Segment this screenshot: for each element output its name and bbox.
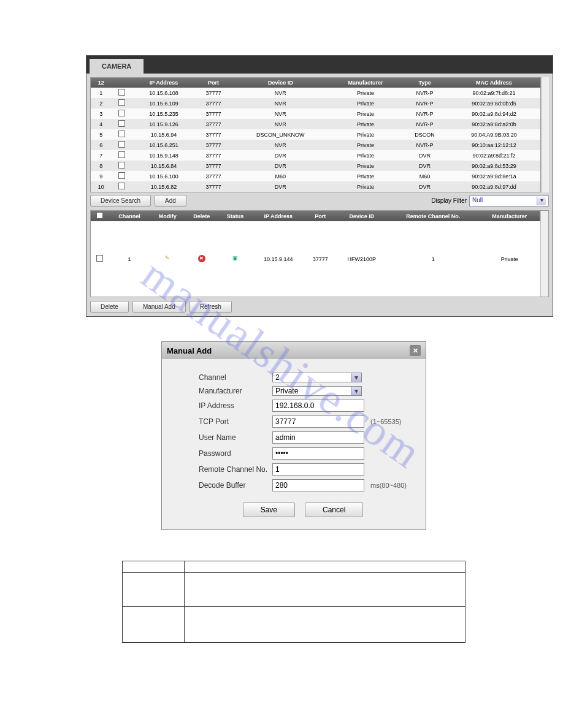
search-row[interactable]: 610.15.6.25137777NVRPrivateNVR-P90:10:aa… <box>91 140 541 150</box>
refresh-button[interactable]: Refresh <box>190 301 232 313</box>
row-dev: HFW2100P <box>336 221 388 297</box>
row-ip: 10.15.6.251 <box>132 140 195 150</box>
row-index: 10 <box>91 181 112 192</box>
chevron-down-icon: ▾ <box>351 373 361 382</box>
row-mfr: Private <box>329 161 402 171</box>
row-checkbox[interactable] <box>118 110 125 116</box>
added-scrollbar[interactable] <box>540 211 548 297</box>
row-checkbox[interactable] <box>118 120 125 127</box>
row-checkbox[interactable] <box>118 172 125 179</box>
delete-icon[interactable] <box>197 255 206 264</box>
row-checkbox[interactable] <box>118 183 125 189</box>
ip-input[interactable]: 192.168.0.0 <box>272 400 364 412</box>
search-row[interactable]: 110.15.6.10837777NVRPrivateNVR-P90:02:a9… <box>91 88 541 98</box>
search-row[interactable]: 1010.15.6.8237777DVRPrivateDVR90:02:a9:8… <box>91 181 541 192</box>
row-ip: 10.15.9.126 <box>132 119 195 129</box>
row-port: 37777 <box>195 140 232 150</box>
row-type: DVR <box>402 161 448 171</box>
col-status: Status <box>218 211 252 221</box>
channel-value: 2 <box>275 373 280 382</box>
cancel-button[interactable]: Cancel <box>305 502 363 517</box>
filter-value: Null <box>472 197 483 205</box>
tcp-hint: (1~65535) <box>370 418 401 425</box>
col-type: Type <box>402 78 448 88</box>
col-ip: IP Address <box>132 78 195 88</box>
select-all-checkbox[interactable] <box>96 212 103 219</box>
param-th1 <box>123 561 185 573</box>
close-icon[interactable]: ✕ <box>410 345 421 356</box>
tab-camera[interactable]: CAMERA <box>90 59 144 74</box>
col-modify: Modify <box>150 211 185 221</box>
channel-select[interactable]: 2 ▾ <box>272 373 362 382</box>
row-mac: 90:02:a9:8d:97:dd <box>448 181 541 192</box>
row-device: M60 <box>232 171 329 181</box>
param-row-1 <box>123 573 465 607</box>
display-filter-select[interactable]: Null ▾ <box>469 195 549 207</box>
manufacturer-select[interactable]: Private ▾ <box>272 386 362 396</box>
row-index: 9 <box>91 171 112 181</box>
add-button[interactable]: Add <box>155 195 186 207</box>
row-checkbox[interactable] <box>118 89 125 96</box>
row-type: NVR-P <box>402 88 448 98</box>
row-ip: 10.15.6.100 <box>132 171 195 181</box>
row-checkbox[interactable] <box>118 141 125 148</box>
label-rcn: Remote Channel No. <box>199 465 272 474</box>
row-device: DVR <box>232 181 329 192</box>
chevron-down-icon: ▾ <box>537 197 546 205</box>
row-type: NVR-P <box>402 108 448 119</box>
delete-button[interactable]: Delete <box>90 301 129 313</box>
row-index: 5 <box>91 129 112 140</box>
label-channel: Channel <box>199 373 272 382</box>
tab-row: CAMERA <box>86 56 553 74</box>
row-mfr: Private <box>329 129 402 140</box>
status-icon <box>231 255 239 264</box>
col-port2: Port <box>305 211 336 221</box>
row-mfr: Private <box>329 108 402 119</box>
save-button[interactable]: Save <box>243 502 295 517</box>
row-rcn: 1 <box>388 221 478 297</box>
col-channel: Channel <box>109 211 150 221</box>
row-type: DVR <box>402 181 448 192</box>
row-port: 37777 <box>195 181 232 192</box>
search-scrollbar[interactable] <box>541 77 549 192</box>
search-row[interactable]: 910.15.6.10037777M60PrivateM6090:02:a9:8… <box>91 171 541 181</box>
row-mac: 90:04:A9:9B:03:20 <box>448 129 541 140</box>
search-row[interactable]: 710.15.9.14837777DVRPrivateDVR90:02:a9:8… <box>91 150 541 161</box>
row-port: 37777 <box>195 129 232 140</box>
row-checkbox[interactable] <box>118 151 125 158</box>
row-mac: 90:02:a9:8d:0b:d5 <box>448 98 541 108</box>
username-input[interactable]: admin <box>272 431 364 444</box>
row-checkbox[interactable] <box>118 131 125 137</box>
row-ip: 10.15.9.144 <box>252 221 305 297</box>
password-input[interactable]: ••••• <box>272 447 364 460</box>
row-mac: 90:02:a9:8d:53:29 <box>448 161 541 171</box>
manual-add-button[interactable]: Manual Add <box>132 301 186 313</box>
row-channel: 1 <box>109 221 150 297</box>
decode-buffer-input[interactable]: 280 <box>272 479 364 491</box>
buf-hint: ms(80~480) <box>370 482 407 489</box>
tcp-port-input[interactable]: 37777 <box>272 415 364 428</box>
row-checkbox[interactable] <box>118 99 125 106</box>
col-ip2: IP Address <box>252 211 305 221</box>
remote-channel-input[interactable]: 1 <box>272 463 364 476</box>
search-row[interactable]: 510.15.6.9437777DSCON_UNKNOWPrivateDSCON… <box>91 129 541 140</box>
row-index: 1 <box>91 88 112 98</box>
row-device: NVR <box>232 140 329 150</box>
added-row[interactable]: 1 10.15.9.144 37777 HFW2100P 1 Private <box>91 221 540 297</box>
row-device: NVR <box>232 108 329 119</box>
col-delete: Delete <box>185 211 218 221</box>
row-index: 7 <box>91 150 112 161</box>
search-row[interactable]: 310.15.5.23537777NVRPrivateNVR-P90:02:a9… <box>91 108 541 119</box>
col-mfr: Manufacturer <box>329 78 402 88</box>
row-type: DVR <box>402 150 448 161</box>
row-checkbox[interactable] <box>118 162 125 169</box>
row-mfr: Private <box>329 140 402 150</box>
search-row[interactable]: 410.15.9.12637777NVRPrivateNVR-P90:02:a9… <box>91 119 541 129</box>
device-search-button[interactable]: Device Search <box>90 195 151 207</box>
row-mac: 90:02:a9:8d:a2:0b <box>448 119 541 129</box>
search-row[interactable]: 210.15.6.10937777NVRPrivateNVR-P90:02:a9… <box>91 98 541 108</box>
search-row[interactable]: 810.15.6.8437777DVRPrivateDVR90:02:a9:8d… <box>91 161 541 171</box>
modify-icon[interactable] <box>163 255 172 264</box>
row-ip: 10.15.9.148 <box>132 150 195 161</box>
row-checkbox[interactable] <box>96 255 103 262</box>
